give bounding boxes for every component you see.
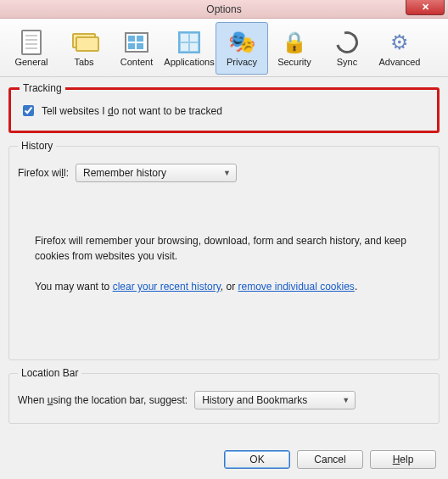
dialog-buttons: OK Cancel Help <box>224 450 436 469</box>
category-toolbar: General Tabs Content Applications 🎭 Priv… <box>0 19 448 77</box>
dnt-label[interactable]: Tell websites I do not want to be tracke… <box>42 105 222 117</box>
dnt-checkbox[interactable] <box>23 105 34 116</box>
close-icon: ✕ <box>422 2 429 13</box>
close-button[interactable]: ✕ <box>406 0 445 15</box>
history-mode-dropdown[interactable]: Remember history ▼ <box>76 164 237 182</box>
clear-history-link[interactable]: clear your recent history <box>113 281 221 292</box>
history-group: History Firefox will: Remember history ▼… <box>8 140 440 360</box>
tabs-icon <box>72 31 96 54</box>
general-icon <box>20 31 43 54</box>
help-button[interactable]: Help <box>370 450 436 469</box>
tab-tabs-label: Tabs <box>74 57 93 67</box>
chevron-down-icon: ▼ <box>342 396 350 404</box>
tab-advanced[interactable]: ⚙ Advanced <box>373 22 426 75</box>
sync-icon <box>335 31 359 54</box>
remove-cookies-link[interactable]: remove individual cookies <box>238 281 354 292</box>
window-title: Options <box>206 3 241 15</box>
tab-privacy-label: Privacy <box>227 57 257 67</box>
content-icon <box>125 31 148 54</box>
tab-applications-label: Applications <box>164 57 214 67</box>
tracking-group: Tracking Tell websites I do not want to … <box>8 82 440 133</box>
tab-applications[interactable]: Applications <box>163 22 216 75</box>
tab-content-label: Content <box>120 57 154 67</box>
history-mode-value: Remember history <box>83 167 166 179</box>
history-info: Firefox will remember your browsing, dow… <box>35 233 413 294</box>
tab-security[interactable]: 🔒 Security <box>268 22 321 75</box>
chevron-down-icon: ▼ <box>223 169 231 177</box>
tab-sync[interactable]: Sync <box>321 22 373 75</box>
options-dialog: Options ✕ General Tabs Content Applicati… <box>0 0 448 479</box>
locationbar-label: When using the location bar, suggest: <box>18 394 188 406</box>
locationbar-suggest-value: History and Bookmarks <box>202 394 307 406</box>
ok-button[interactable]: OK <box>224 450 290 469</box>
tab-tabs[interactable]: Tabs <box>58 22 110 75</box>
history-legend: History <box>18 140 56 152</box>
security-icon: 🔒 <box>283 31 306 54</box>
tab-general[interactable]: General <box>5 22 58 75</box>
tab-content[interactable]: Content <box>110 22 163 75</box>
panel-content: Tracking Tell websites I do not want to … <box>0 77 448 439</box>
history-hint: You may want to clear your recent histor… <box>35 279 413 294</box>
tab-security-label: Security <box>277 57 311 67</box>
history-desc: Firefox will remember your browsing, dow… <box>35 233 413 264</box>
advanced-icon: ⚙ <box>388 31 412 54</box>
tab-sync-label: Sync <box>337 57 357 67</box>
titlebar: Options ✕ <box>0 0 448 19</box>
tab-privacy[interactable]: 🎭 Privacy <box>216 22 268 75</box>
cancel-button[interactable]: Cancel <box>297 450 363 469</box>
locationbar-legend: Location Bar <box>18 367 81 379</box>
firefox-will-label: Firefox will: <box>18 167 69 179</box>
locationbar-group: Location Bar When using the location bar… <box>8 367 440 424</box>
applications-icon <box>177 31 201 54</box>
tab-general-label: General <box>14 57 48 67</box>
tab-advanced-label: Advanced <box>379 57 421 67</box>
privacy-icon: 🎭 <box>230 31 254 54</box>
locationbar-suggest-dropdown[interactable]: History and Bookmarks ▼ <box>194 391 356 409</box>
tracking-legend: Tracking <box>20 82 65 94</box>
